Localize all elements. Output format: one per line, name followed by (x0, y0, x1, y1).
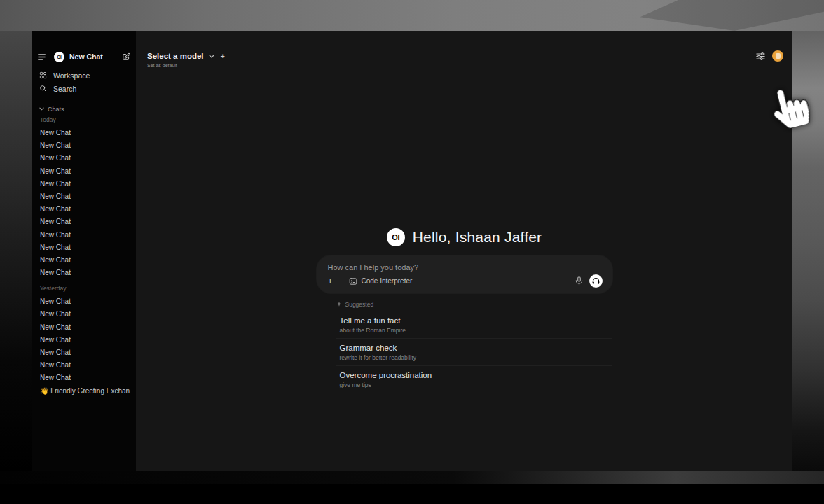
toolbar-right (575, 274, 603, 288)
model-selector-block: Select a model + Set as default (147, 52, 225, 68)
header-right (756, 50, 783, 62)
search-icon (39, 85, 47, 92)
sparkle-icon (336, 302, 342, 307)
suggested-prompt-title: Overcome procrastination (340, 371, 612, 379)
suggested-prompt-title: Tell me a fun fact (340, 316, 612, 325)
chat-list-item[interactable]: New Chat (38, 165, 130, 178)
chat-list-item[interactable]: New Chat (38, 216, 130, 228)
brand-logo: OI (387, 228, 405, 246)
sidebar-item-search[interactable]: Search (38, 82, 130, 95)
suggested-prompt[interactable]: Grammar checkrewrite it for better reada… (336, 338, 612, 365)
suggested-prompt[interactable]: Tell me a fun factabout the Roman Empire (336, 312, 612, 338)
brand-logo-text: OI (57, 55, 61, 59)
chat-list-item[interactable]: New Chat (38, 346, 130, 359)
suggested-prompt-subtitle: about the Roman Empire (340, 327, 612, 334)
sidebar-item-label: Search (53, 85, 76, 93)
desktop-background-left (0, 31, 32, 471)
chat-group-label: Yesterday (40, 285, 130, 293)
chat-input[interactable]: How can I help you today? (328, 263, 603, 272)
user-avatar[interactable] (772, 50, 783, 62)
code-interpreter-label: Code Interpreter (362, 277, 413, 285)
chat-list-item[interactable]: New Chat (38, 267, 130, 279)
voice-call-button[interactable] (589, 274, 603, 288)
model-selector-label: Select a model (147, 52, 204, 60)
attach-plus-button[interactable]: + (328, 276, 339, 286)
workspace-grid-icon (39, 71, 47, 79)
suggested-prompt-subtitle: give me tips (340, 382, 612, 388)
sidebar-header: OI New Chat (38, 50, 130, 63)
desktop-background-top (0, 0, 824, 31)
chat-list-item[interactable]: New Chat (38, 372, 130, 384)
brand-logo-text: OI (392, 233, 399, 241)
greeting-row: OI Hello, Ishaan Jaffer (317, 228, 612, 246)
main-header: Select a model + Set as default (136, 31, 792, 84)
chat-list-item[interactable]: New Chat (38, 203, 130, 216)
brand-logo: OI (54, 52, 64, 62)
home-center-column: OI Hello, Ishaan Jaffer How can I help y… (317, 228, 612, 393)
desktop-background-bottom-band (0, 484, 824, 504)
chat-list-item[interactable]: New Chat (38, 308, 130, 321)
chat-groups: TodayNew ChatNew ChatNew ChatNew ChatNew… (38, 116, 130, 398)
sidebar-title: New Chat (69, 52, 122, 61)
chat-list-item[interactable]: New Chat (38, 229, 130, 241)
chat-list-item[interactable]: New Chat (38, 152, 130, 164)
new-chat-icon[interactable] (122, 52, 130, 61)
sidebar: OI New Chat Workspace Search Chats Today… (32, 31, 136, 471)
controls-sliders-icon[interactable] (756, 52, 765, 60)
chat-list-item[interactable]: New Chat (38, 359, 130, 372)
suggested-section: Suggested Tell me a fun factabout the Ro… (317, 300, 612, 393)
chat-list-item[interactable]: New Chat (38, 190, 130, 203)
code-interpreter-icon (349, 277, 357, 286)
suggested-prompt[interactable]: Overcome procrastinationgive me tips (336, 365, 612, 393)
set-as-default-button[interactable]: Set as default (147, 63, 225, 68)
app-window: OI New Chat Workspace Search Chats Today… (32, 31, 792, 471)
chat-list-item[interactable]: New Chat (38, 295, 130, 308)
sidebar-item-label: Workspace (53, 71, 90, 80)
sidebar-toggle-icon[interactable] (38, 54, 46, 60)
suggested-prompt-subtitle: rewrite it for better readability (340, 354, 612, 361)
chat-list-item[interactable]: New Chat (38, 127, 130, 139)
chat-list-item[interactable]: New Chat (38, 334, 130, 346)
code-interpreter-toggle[interactable]: Code Interpreter (349, 277, 413, 286)
sidebar-item-workspace[interactable]: Workspace (38, 69, 130, 82)
suggested-header: Suggested (336, 300, 612, 309)
chat-list-item[interactable]: 👋 Friendly Greeting Exchange (38, 385, 130, 398)
model-selector[interactable]: Select a model + (147, 52, 225, 60)
microphone-icon[interactable] (575, 276, 583, 286)
add-model-button[interactable]: + (221, 52, 225, 60)
suggested-list: Tell me a fun factabout the Roman Empire… (336, 312, 612, 393)
sidebar-nav: Workspace Search (38, 69, 130, 95)
chevron-down-icon (209, 55, 214, 58)
chat-list-item[interactable]: New Chat (38, 241, 130, 254)
desktop-background-bottom (0, 471, 824, 484)
greeting-text: Hello, Ishaan Jaffer (413, 229, 542, 246)
suggested-label: Suggested (345, 301, 374, 308)
headphones-icon (592, 277, 600, 285)
chat-list-item[interactable]: New Chat (38, 321, 130, 334)
chat-list-item[interactable]: New Chat (38, 178, 130, 190)
chat-input-toolbar: + Code Interpreter (328, 274, 603, 288)
chats-section-label: Chats (48, 106, 64, 113)
chat-list-item[interactable]: New Chat (38, 139, 130, 152)
chevron-down-icon (39, 107, 44, 111)
suggested-prompt-title: Grammar check (340, 344, 612, 352)
chat-list-item[interactable]: New Chat (38, 254, 130, 267)
chat-input-card[interactable]: How can I help you today? + Code Interpr… (317, 255, 612, 293)
chat-group-label: Today (40, 116, 130, 124)
main-area: Select a model + Set as default OI Hello… (136, 31, 792, 471)
chats-section-header[interactable]: Chats (38, 104, 130, 113)
